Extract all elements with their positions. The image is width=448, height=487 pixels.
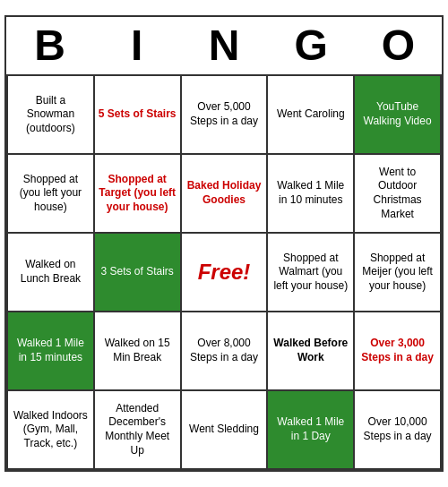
cell-14: Shopped at Meijer (you left your house) — [355, 234, 442, 312]
cell-16: Walked on 15 Min Break — [95, 312, 182, 391]
cell-17: Over 8,000 Steps in a day — [182, 312, 269, 391]
bingo-card: B I N G O Built a Snowman (outdoors)5 Se… — [4, 15, 444, 472]
cell-21: Attended December's Monthly Meet Up — [95, 391, 182, 470]
cell-13: Shopped at Walmart (you left your house) — [268, 234, 355, 312]
cell-19: Over 3,000 Steps in a day — [355, 312, 442, 391]
cell-11: 3 Sets of Stairs — [95, 234, 182, 312]
letter-g: G — [271, 24, 351, 67]
bingo-header: B I N G O — [6, 17, 442, 76]
cell-4: YouTube Walking Video — [355, 76, 442, 155]
letter-i: I — [97, 24, 177, 67]
cell-8: Walked 1 Mile in 10 minutes — [268, 155, 355, 234]
letter-n: N — [184, 24, 264, 67]
cell-15: Walked 1 Mile in 15 minutes — [8, 312, 95, 391]
cell-6: Shopped at Target (you left your house) — [95, 155, 182, 234]
cell-0: Built a Snowman (outdoors) — [8, 76, 95, 155]
cell-18: Walked Before Work — [268, 312, 355, 391]
bingo-grid: Built a Snowman (outdoors)5 Sets of Stai… — [6, 76, 442, 470]
cell-3: Went Caroling — [268, 76, 355, 155]
cell-24: Over 10,000 Steps in a day — [355, 391, 442, 470]
cell-22: Went Sledding — [182, 391, 269, 470]
cell-20: Walked Indoors (Gym, Mall, Track, etc.) — [8, 391, 95, 470]
cell-23: Walked 1 Mile in 1 Day — [268, 391, 355, 470]
cell-9: Went to Outdoor Christmas Market — [355, 155, 442, 234]
letter-b: B — [10, 24, 90, 67]
letter-o: O — [358, 24, 438, 67]
cell-10: Walked on Lunch Break — [8, 234, 95, 312]
cell-5: Shopped at (you left your house) — [8, 155, 95, 234]
cell-1: 5 Sets of Stairs — [95, 76, 182, 155]
cell-12: Free! — [182, 234, 269, 312]
cell-2: Over 5,000 Steps in a day — [182, 76, 269, 155]
cell-7: Baked Holiday Goodies — [182, 155, 269, 234]
